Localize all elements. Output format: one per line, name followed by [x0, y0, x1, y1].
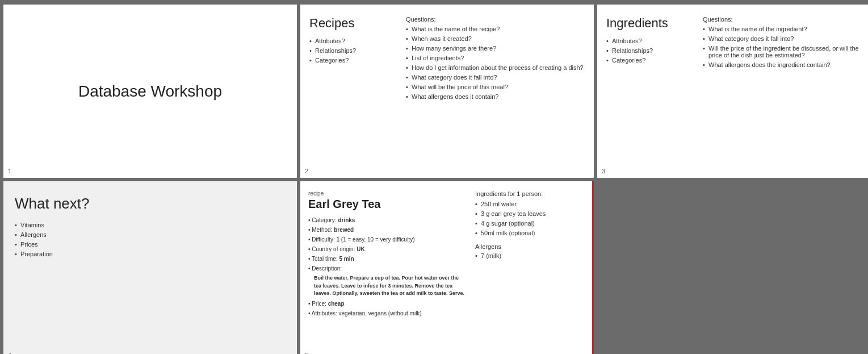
slide-4: What next? Vitamins Allergens Prices Pre…	[3, 181, 297, 354]
ingredients-title: Ingredients for 1 person:	[475, 190, 586, 197]
list-item: 250 ml water	[475, 201, 586, 207]
recipe-time: • Total time: 5 min	[308, 255, 467, 263]
slide-3-number: 3	[602, 168, 605, 174]
list-item: What is the name of the recipe?	[406, 26, 585, 32]
recipe-method: • Method: brewed	[308, 226, 467, 234]
slide-5-left: recipe Earl Grey Tea • Category: drinks …	[308, 190, 467, 353]
slide-3-left: Ingredients Attributes? Relationships? C…	[606, 16, 697, 166]
slide-2-left: Recipes Attributes? Relationships? Categ…	[309, 16, 400, 166]
recipe-category: • Category: drinks	[308, 216, 467, 224]
slide-3: Ingredients Attributes? Relationships? C…	[597, 5, 868, 178]
slide-3-right: Questions: What is the name of the ingre…	[703, 16, 868, 166]
red-line-decoration	[592, 181, 594, 354]
list-item: What category does it fall into?	[703, 35, 868, 42]
slide-4-bullets: Vitamins Allergens Prices Preparation	[15, 222, 286, 257]
list-item: Allergens	[15, 231, 286, 238]
slide-3-title: Ingredients	[606, 16, 697, 31]
slide-6	[597, 181, 868, 354]
slide-5-right: Ingredients for 1 person: 250 ml water 3…	[475, 190, 586, 353]
recipe-description: Boil the water. Prepare a cup of tea. Po…	[314, 274, 467, 298]
slide-5-number: 5	[305, 352, 308, 354]
slide-2-right: Questions: What is the name of the recip…	[406, 16, 585, 166]
slide-3-right-bullets: What is the name of the ingredient? What…	[703, 26, 868, 68]
recipe-price: • Price: cheap	[308, 300, 467, 308]
slide-1-number: 1	[8, 168, 11, 174]
list-item: What is the name of the ingredient?	[703, 26, 868, 32]
list-item: 7 (milk)	[475, 252, 586, 259]
list-item: Preparation	[15, 251, 286, 257]
slide-2-left-bullets: Attributes? Relationships? Categories?	[309, 38, 400, 64]
slide-2-questions-label: Questions:	[406, 16, 585, 23]
list-item: Attributes?	[606, 38, 697, 44]
allergens-list: 7 (milk)	[475, 252, 586, 259]
slide-2-number: 2	[305, 168, 308, 174]
list-item: When was it created?	[406, 35, 585, 42]
list-item: What will be the price of this meal?	[406, 84, 585, 90]
list-item: What category does it fall into?	[406, 74, 585, 81]
slide-4-title: What next?	[15, 195, 286, 213]
recipe-label: recipe	[308, 190, 467, 197]
slide-1-title: Database Workshop	[78, 82, 222, 101]
allergens-title: Allergens	[475, 243, 586, 250]
list-item: What allergens does it contain?	[406, 93, 585, 100]
list-item: Relationships?	[309, 47, 400, 54]
list-item: How do I get information about the proce…	[406, 64, 585, 71]
list-item: Categories?	[309, 57, 400, 64]
list-item: Will the price of the ingredient be disc…	[703, 45, 868, 59]
slides-grid: Database Workshop 1 Recipes Attributes? …	[0, 0, 868, 354]
slide-3-left-bullets: Attributes? Relationships? Categories?	[606, 38, 697, 64]
list-item: Categories?	[606, 57, 697, 64]
recipe-description-label: • Description:	[308, 265, 467, 273]
list-item: Relationships?	[606, 47, 697, 54]
list-item: List of ingredients?	[406, 55, 585, 61]
slide-3-questions-label: Questions:	[703, 16, 868, 23]
slide-1: Database Workshop 1	[3, 5, 297, 178]
recipe-country: • Country of origin: UK	[308, 245, 467, 253]
list-item: How many servings are there?	[406, 45, 585, 52]
list-item: What allergens does the ingredient conta…	[703, 61, 868, 68]
slide-5: recipe Earl Grey Tea • Category: drinks …	[300, 181, 594, 354]
list-item: 4 g sugar (optional)	[475, 220, 586, 227]
slide-2-title: Recipes	[309, 16, 400, 31]
recipe-attributes: • Attributes: vegetarian, vegans (withou…	[308, 310, 467, 318]
list-item: 50ml milk (optional)	[475, 230, 586, 236]
list-item: Vitamins	[15, 222, 286, 228]
list-item: 3 g earl grey tea leaves	[475, 210, 586, 217]
list-item: Attributes?	[309, 38, 400, 44]
ingredients-list: 250 ml water 3 g earl grey tea leaves 4 …	[475, 201, 586, 236]
recipe-title: Earl Grey Tea	[308, 198, 467, 211]
list-item: Prices	[15, 241, 286, 248]
recipe-difficulty: • Difficulty: 1 (1 = easy, 10 = very dif…	[308, 236, 467, 244]
slide-2-right-bullets: What is the name of the recipe? When was…	[406, 26, 585, 100]
slide-2: Recipes Attributes? Relationships? Categ…	[300, 5, 594, 178]
slide-4-number: 4	[8, 352, 11, 354]
